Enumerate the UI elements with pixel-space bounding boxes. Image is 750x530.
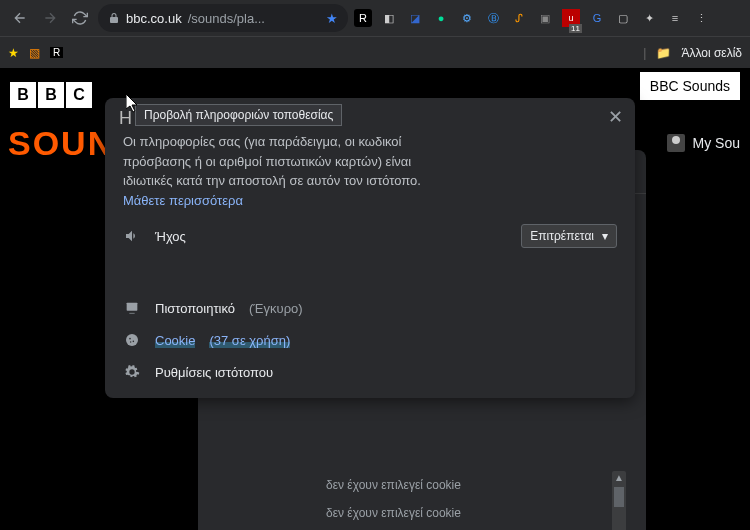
learn-more-link[interactable]: Μάθετε περισσότερα	[123, 193, 243, 208]
svg-point-1	[126, 334, 138, 346]
bookmark-star-icon[interactable]: ★	[326, 11, 338, 26]
ext-icon-1[interactable]: R	[354, 9, 372, 27]
reload-button[interactable]	[68, 6, 92, 30]
site-info-desc: Οι πληροφορίες σας (για παράδειγμα, οι κ…	[123, 134, 421, 188]
bookmark-item-3[interactable]: R	[50, 47, 63, 58]
svg-point-3	[133, 341, 135, 343]
ext-icon-2[interactable]: ◧	[380, 9, 398, 27]
my-sounds-link[interactable]: My Sou	[667, 134, 740, 152]
chevron-down-icon: ▾	[602, 229, 608, 243]
sound-icon	[123, 228, 141, 244]
bbc-logo[interactable]: BBC	[10, 82, 92, 108]
user-icon	[667, 134, 685, 152]
mouse-cursor	[126, 94, 142, 114]
scroll-up-icon[interactable]: ▲	[612, 471, 626, 485]
reading-list-icon[interactable]: ≡	[666, 9, 684, 27]
certificate-icon	[123, 300, 141, 316]
ext-icon-5[interactable]: ⚙	[458, 9, 476, 27]
url-path: /sounds/pla...	[188, 11, 265, 26]
forward-button[interactable]	[38, 6, 62, 30]
ext-icon-6[interactable]: Ⓑ	[484, 9, 502, 27]
scroll-thumb[interactable]	[614, 487, 624, 507]
detail-value-1: δεν έχουν επιλεγεί cookie	[326, 478, 461, 492]
site-settings-row[interactable]: Ρυθμίσεις ιστότοπου	[123, 356, 617, 388]
sound-permission-dropdown[interactable]: Επιτρέπεται▾	[521, 224, 617, 248]
other-bookmarks[interactable]: Άλλοι σελίδ	[681, 46, 742, 60]
ext-icon-3[interactable]: ◪	[406, 9, 424, 27]
url-domain: bbc.co.uk	[126, 11, 182, 26]
back-button[interactable]	[8, 6, 32, 30]
sounds-logo: SOUN	[8, 124, 114, 163]
menu-icon[interactable]: ⋮	[692, 9, 710, 27]
ext-icon-11[interactable]: ▢	[614, 9, 632, 27]
ext-icon-10[interactable]: G	[588, 9, 606, 27]
extension-icons: R ◧ ◪ ● ⚙ Ⓑ ᔑ ▣ u11 G ▢ ✦ ≡ ⋮	[354, 9, 710, 27]
ext-icon-4[interactable]: ●	[432, 9, 450, 27]
extensions-icon[interactable]: ✦	[640, 9, 658, 27]
svg-point-2	[129, 338, 131, 340]
bbc-sounds-tab[interactable]: BBC Sounds	[640, 72, 740, 100]
cookie-icon	[123, 332, 141, 348]
ext-icon-7[interactable]: ᔑ	[510, 9, 528, 27]
bookmark-item-1[interactable]: ★	[8, 46, 19, 60]
bookmark-sep-icon: |	[643, 46, 646, 60]
address-bar[interactable]: bbc.co.uk/sounds/pla... ★	[98, 4, 348, 32]
detail-value-2: δεν έχουν επιλεγεί cookie	[326, 506, 461, 520]
gear-icon	[123, 364, 141, 380]
certificate-row[interactable]: Πιστοποιητικό (Έγκυρο)	[123, 292, 617, 324]
site-info-popup: Η Προβολή πληροφοριών τοποθεσίας ✕ Οι πλ…	[105, 98, 635, 398]
close-icon[interactable]: ✕	[608, 106, 623, 128]
ext-icon-9[interactable]: u11	[562, 9, 580, 27]
cookies-row[interactable]: Cookie (37 σε χρήση)	[123, 324, 617, 356]
lock-icon[interactable]	[108, 12, 120, 24]
bookmark-item-2[interactable]: ▧	[29, 46, 40, 60]
folder-icon: 📁	[656, 46, 671, 60]
ext-icon-8[interactable]: ▣	[536, 9, 554, 27]
site-info-tooltip: Προβολή πληροφοριών τοποθεσίας	[135, 104, 342, 126]
svg-rect-0	[127, 303, 138, 311]
svg-point-4	[130, 341, 131, 342]
permission-sound-label: Ήχος	[155, 229, 507, 244]
